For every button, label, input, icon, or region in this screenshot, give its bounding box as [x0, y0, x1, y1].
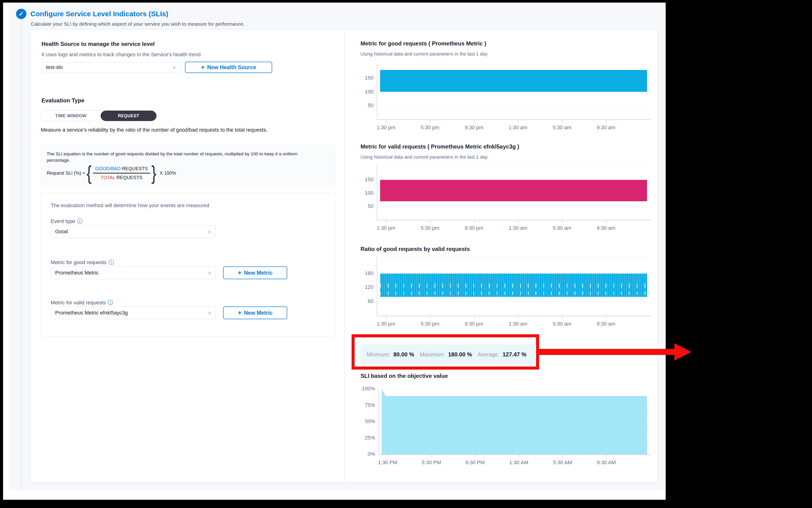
- plus-icon: +: [238, 309, 241, 316]
- evaluation-method-box: The evaluation method will determine how…: [41, 193, 336, 336]
- x-axis-tick-label: 9:30 am: [586, 225, 626, 231]
- y-axis-tick-label: 100%: [358, 386, 375, 392]
- x-axis-tick-label: 9:30 PM: [455, 460, 495, 466]
- metric-valid-select[interactable]: Prometheus Metric efnkl5ayc3g ∨: [51, 306, 216, 319]
- y-axis-tick-label: 180: [356, 270, 374, 277]
- chart-sli-title: SLI based on the objective value: [360, 373, 448, 379]
- x-axis-tick: [562, 120, 563, 122]
- denominator-rest: REQUESTS: [115, 175, 143, 180]
- numerator-rest: REQUESTS: [121, 166, 148, 171]
- x-axis-tick: [518, 220, 518, 222]
- column-divider: [345, 30, 345, 482]
- y-axis-tick-label: 0%: [358, 451, 375, 457]
- info-icon[interactable]: ⓘ: [108, 299, 113, 305]
- x-axis-tick-label: 1:30 PM: [368, 460, 408, 466]
- x-axis-tick-label: 5:30 pm: [410, 321, 450, 327]
- x-axis-tick: [563, 455, 563, 457]
- chart-sli-plot: 0%25%50%75%100%1:30 PM5:30 PM9:30 PM1:30…: [379, 389, 651, 455]
- toggle-request-selected[interactable]: REQUEST: [101, 111, 156, 121]
- app-window: ✓ Configure Service Level Indicators (SL…: [3, 3, 666, 500]
- x-axis-tick: [475, 455, 475, 457]
- y-axis-tick-label: 150: [356, 176, 374, 183]
- info-icon[interactable]: ⓘ: [77, 218, 82, 224]
- band-dash-texture: [380, 292, 647, 295]
- x-axis-tick-label: 1:30 pm: [366, 321, 406, 327]
- metric-band-series: [380, 273, 647, 297]
- evaluation-type-toggle: TIME WINDOW REQUEST: [41, 111, 157, 121]
- x-axis-tick: [431, 455, 432, 457]
- x-axis-tick: [518, 316, 518, 318]
- health-source-label: Health Source to manage the service leve…: [41, 41, 155, 47]
- chevron-down-icon: ∨: [208, 229, 211, 235]
- x-axis-tick-label: 9:30 am: [586, 321, 626, 327]
- step-complete-check-icon: ✓: [16, 9, 26, 19]
- equation-fraction: GOOD/BAD REQUESTS TOTAL REQUESTS: [93, 166, 150, 181]
- y-axis-tick-label: 60: [356, 298, 374, 304]
- screenshot-canvas: ✓ Configure Service Level Indicators (SL…: [0, 0, 812, 508]
- sli-equation-box: The SLI equation is the number of good r…: [41, 145, 336, 187]
- x-axis-tick-label: 5:30 am: [542, 225, 582, 231]
- sli-equation-note: The SLI equation is the number of good r…: [47, 151, 322, 163]
- chart-valid-requests-plot: 501001501:30 pm5:30 pm9:30 pm1:30 am5:30…: [377, 165, 651, 220]
- x-axis-tick-label: 5:30 am: [542, 125, 582, 131]
- health-source-select[interactable]: test-slo ∨: [41, 62, 181, 73]
- chart-good-requests-plot: 501001501:30 pm5:30 pm9:30 pm1:30 am5:30…: [377, 64, 651, 120]
- x-axis-tick: [562, 220, 563, 222]
- x-axis-tick-label: 9:30 AM: [586, 460, 626, 466]
- gridline: [377, 92, 651, 92]
- x-axis-tick-label: 1:30 am: [498, 225, 538, 231]
- new-metric-good-button[interactable]: + New Metric: [223, 266, 287, 279]
- sli-area-initial-spike: [382, 389, 386, 396]
- x-axis-tick-label: 9:30 am: [586, 125, 626, 131]
- x-axis-tick-label: 5:30 pm: [410, 125, 450, 131]
- metric-valid-label: Metric for valid requestsⓘ: [51, 299, 113, 306]
- chart-good-title: Metric for good requests ( Prometheus Me…: [360, 40, 486, 47]
- x-axis-tick: [430, 316, 430, 318]
- equation-lhs: Request SLI (%) =: [47, 170, 85, 176]
- sli-equation: Request SLI (%) = { GOOD/BAD REQUESTS TO…: [47, 165, 330, 181]
- x-axis-tick-label: 1:30 pm: [366, 125, 406, 131]
- sli-config-card: Health Source to manage the service leve…: [31, 30, 657, 482]
- event-type-value: Good: [55, 228, 68, 235]
- equation-rhs: X 100%: [159, 170, 176, 176]
- chevron-down-icon: ∨: [173, 65, 176, 70]
- x-axis-tick: [474, 220, 474, 222]
- gridline: [377, 206, 651, 207]
- x-axis-tick-label: 9:30 pm: [454, 225, 494, 231]
- new-metric-valid-button[interactable]: + New Metric: [223, 306, 287, 319]
- sli-area-series: [382, 396, 647, 454]
- x-axis-tick: [519, 455, 519, 457]
- y-axis-tick-label: 100: [356, 89, 374, 95]
- brace-open: {: [86, 165, 91, 181]
- x-axis-tick-label: 9:30 pm: [454, 321, 494, 327]
- stepper-connector-line: [21, 9, 22, 490]
- x-axis-tick: [474, 120, 474, 122]
- event-type-select[interactable]: Good ∨: [51, 225, 216, 238]
- x-axis-tick: [606, 220, 607, 222]
- health-source-selected-value: test-slo: [46, 64, 63, 70]
- chart-good-subtitle: Using historical data and current parame…: [360, 51, 488, 57]
- chart-valid-subtitle: Using historical data and current parame…: [360, 155, 488, 160]
- new-health-source-button[interactable]: + New Health Source: [185, 62, 272, 73]
- band-dash-texture: [380, 284, 647, 288]
- x-axis-tick: [606, 120, 607, 122]
- metric-band-series: [380, 70, 647, 92]
- x-axis-tick-label: 1:30 pm: [366, 225, 406, 231]
- y-axis-tick-label: 150: [356, 75, 374, 81]
- method-note: The evaluation method will determine how…: [51, 203, 209, 209]
- toggle-time-window[interactable]: TIME WINDOW: [41, 111, 101, 121]
- info-icon[interactable]: ⓘ: [108, 259, 114, 265]
- chart-ratio-plot: 601201801:30 pm5:30 pm9:30 pm1:30 am5:30…: [377, 257, 651, 316]
- x-axis-tick: [606, 455, 607, 457]
- y-axis-tick-label: 50: [356, 203, 374, 209]
- metric-good-select[interactable]: Prometheus Metric ∨: [51, 266, 216, 279]
- x-axis-tick-label: 1:30 am: [498, 125, 538, 131]
- metric-good-value: Prometheus Metric: [55, 270, 99, 276]
- brace-close: }: [152, 165, 156, 181]
- page-title: Configure Service Level Indicators (SLIs…: [30, 10, 168, 18]
- x-axis-tick-label: 1:30 AM: [499, 460, 539, 466]
- x-axis-tick: [474, 316, 474, 318]
- x-axis-tick-label: 5:30 PM: [412, 460, 452, 466]
- plus-icon: +: [201, 64, 205, 71]
- metric-band-series: [380, 180, 647, 201]
